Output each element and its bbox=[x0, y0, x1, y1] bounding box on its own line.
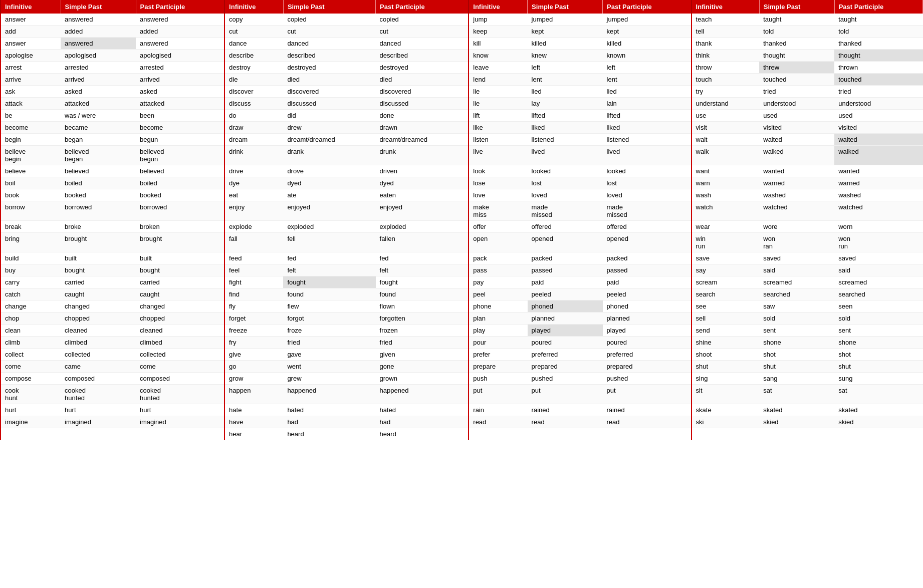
cell-0-18-1: built bbox=[61, 252, 136, 264]
cell-0-8-2: been bbox=[136, 110, 224, 122]
cell-1-30-2: hated bbox=[376, 404, 469, 416]
cell-0-13-2: boiled bbox=[136, 177, 224, 189]
cell-3-26-0: shoot bbox=[691, 349, 760, 361]
cell-1-28-2: grown bbox=[376, 373, 469, 385]
cell-0-21-1: caught bbox=[61, 288, 136, 301]
cell-1-25-0: fry bbox=[224, 337, 283, 349]
table-row: arrestarrestedarresteddestroydestroyedde… bbox=[1, 62, 923, 74]
cell-2-0-1: jumped bbox=[528, 14, 603, 26]
cell-2-2-0: kill bbox=[469, 38, 527, 50]
cell-3-28-0: sing bbox=[691, 373, 760, 385]
col-header-1-2: Past Participle bbox=[376, 0, 469, 14]
cell-0-17-1: brought bbox=[61, 233, 136, 252]
cell-2-26-2: preferred bbox=[603, 349, 691, 361]
cell-2-2-1: killed bbox=[528, 38, 603, 50]
cell-2-19-2: passed bbox=[603, 264, 691, 276]
cell-3-28-1: sang bbox=[759, 373, 834, 385]
cell-2-20-0: pay bbox=[469, 276, 527, 288]
cell-0-8-0: be bbox=[1, 110, 61, 122]
cell-2-18-0: pack bbox=[469, 252, 527, 264]
cell-0-27-0: come bbox=[1, 361, 61, 373]
cell-0-17-0: bring bbox=[1, 233, 61, 252]
cell-3-22-0: see bbox=[691, 301, 760, 313]
cell-3-3-1: thought bbox=[759, 50, 834, 62]
cell-1-15-2: enjoyed bbox=[376, 201, 469, 221]
table-row: changechangedchangedflyflewflownphonepho… bbox=[1, 301, 923, 313]
cell-1-21-2: found bbox=[376, 288, 469, 301]
table-row: becomebecamebecomedrawdrewdrawnlikeliked… bbox=[1, 122, 923, 134]
table-row: cleancleanedcleanedfreezefrozefrozenplay… bbox=[1, 325, 923, 337]
table-header: InfinitiveSimple PastPast ParticipleInfi… bbox=[1, 0, 923, 14]
cell-3-11-1: walked bbox=[759, 146, 834, 165]
cell-0-15-0: borrow bbox=[1, 201, 61, 221]
cell-1-16-1: exploded bbox=[283, 221, 375, 233]
cell-2-24-2: played bbox=[603, 325, 691, 337]
col-header-0-2: Past Participle bbox=[136, 0, 224, 14]
cell-0-3-0: apologise bbox=[1, 50, 61, 62]
cell-2-25-2: poured bbox=[603, 337, 691, 349]
cell-1-31-0: have bbox=[224, 416, 283, 428]
table-row: chopchoppedchoppedforgetforgotforgottenp… bbox=[1, 313, 923, 325]
table-row: comecamecomegowentgonepreparepreparedpre… bbox=[1, 361, 923, 373]
cell-1-23-0: forget bbox=[224, 313, 283, 325]
cell-0-28-1: composed bbox=[61, 373, 136, 385]
cell-1-32-0: hear bbox=[224, 428, 283, 440]
cell-3-5-1: touched bbox=[759, 74, 834, 86]
cell-2-28-1: pushed bbox=[528, 373, 603, 385]
cell-3-17-1: wonran bbox=[759, 233, 834, 252]
cell-3-8-1: used bbox=[759, 110, 834, 122]
verb-table: InfinitiveSimple PastPast ParticipleInfi… bbox=[0, 0, 923, 440]
cell-1-28-1: grew bbox=[283, 373, 375, 385]
cell-2-22-0: phone bbox=[469, 301, 527, 313]
cell-0-7-1: attacked bbox=[61, 98, 136, 110]
cell-2-9-2: liked bbox=[603, 122, 691, 134]
cell-0-27-1: came bbox=[61, 361, 136, 373]
cell-0-13-0: boil bbox=[1, 177, 61, 189]
cell-0-20-1: carried bbox=[61, 276, 136, 288]
cell-2-2-2: killed bbox=[603, 38, 691, 50]
cell-2-18-2: packed bbox=[603, 252, 691, 264]
table-row: bookbookedbookedeatateeatenlovelovedlove… bbox=[1, 189, 923, 201]
cell-2-20-1: paid bbox=[528, 276, 603, 288]
cell-1-20-1: fought bbox=[283, 276, 375, 288]
header-row: InfinitiveSimple PastPast ParticipleInfi… bbox=[1, 0, 923, 14]
cell-0-11-0: believebegin bbox=[1, 146, 61, 165]
cell-3-11-0: walk bbox=[691, 146, 760, 165]
cell-2-26-1: preferred bbox=[528, 349, 603, 361]
cell-3-4-0: throw bbox=[691, 62, 760, 74]
cell-1-11-1: drank bbox=[283, 146, 375, 165]
cell-0-10-2: begun bbox=[136, 134, 224, 146]
cell-3-6-2: tried bbox=[834, 86, 922, 98]
cell-2-21-2: peeled bbox=[603, 288, 691, 301]
table-row: bringbroughtbroughtfallfellfallenopenope… bbox=[1, 233, 923, 252]
col-header-3-0: Infinitive bbox=[691, 0, 760, 14]
cell-2-0-0: jump bbox=[469, 14, 527, 26]
cell-2-15-0: makemiss bbox=[469, 201, 527, 221]
table-row: collectcollectedcollectedgivegavegivenpr… bbox=[1, 349, 923, 361]
cell-0-4-1: arrested bbox=[61, 62, 136, 74]
cell-2-3-2: known bbox=[603, 50, 691, 62]
cell-1-3-0: describe bbox=[224, 50, 283, 62]
cell-1-5-0: die bbox=[224, 74, 283, 86]
cell-3-12-2: wanted bbox=[834, 165, 922, 177]
cell-1-10-1: dreamt/dreamed bbox=[283, 134, 375, 146]
cell-1-5-1: died bbox=[283, 74, 375, 86]
cell-2-21-0: peel bbox=[469, 288, 527, 301]
cell-1-30-0: hate bbox=[224, 404, 283, 416]
table-row: climbclimbedclimbedfryfriedfriedpourpour… bbox=[1, 337, 923, 349]
cell-0-5-1: arrived bbox=[61, 74, 136, 86]
cell-2-4-0: leave bbox=[469, 62, 527, 74]
cell-1-7-0: discuss bbox=[224, 98, 283, 110]
cell-2-24-0: play bbox=[469, 325, 527, 337]
cell-1-17-1: fell bbox=[283, 233, 375, 252]
cell-3-12-0: want bbox=[691, 165, 760, 177]
cell-3-13-1: warned bbox=[759, 177, 834, 189]
cell-3-25-0: shine bbox=[691, 337, 760, 349]
cell-3-15-2: watched bbox=[834, 201, 922, 221]
cell-3-16-0: wear bbox=[691, 221, 760, 233]
cell-3-0-2: taught bbox=[834, 14, 922, 26]
cell-1-10-0: dream bbox=[224, 134, 283, 146]
cell-0-15-2: borrowed bbox=[136, 201, 224, 221]
cell-2-6-1: lied bbox=[528, 86, 603, 98]
cell-1-6-2: discovered bbox=[376, 86, 469, 98]
